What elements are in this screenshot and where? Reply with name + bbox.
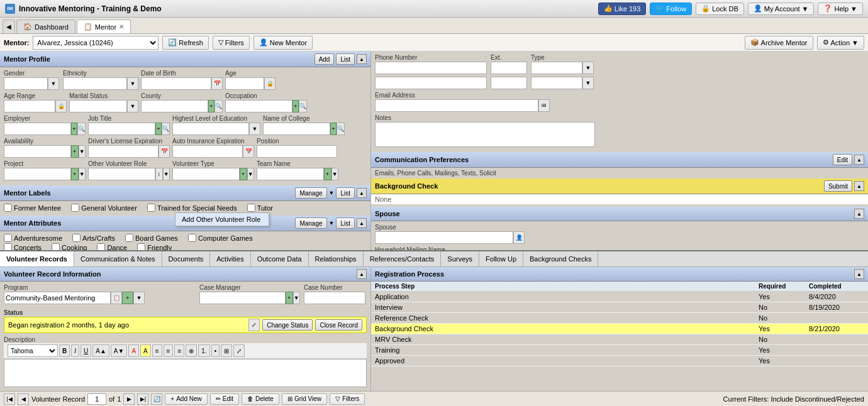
job-title-add-btn[interactable]: + — [155, 123, 162, 135]
volunteer-type-add-btn[interactable]: + — [240, 168, 247, 180]
italic-btn[interactable]: I — [71, 344, 79, 357]
ext-input-2[interactable] — [491, 77, 527, 89]
occupation-search-btn[interactable]: 🔍 — [299, 100, 307, 112]
attr-concerts[interactable]: Concerts — [4, 243, 42, 250]
availability-dropdown-btn[interactable]: ▼ — [79, 145, 86, 158]
employer-input[interactable] — [4, 123, 71, 135]
program-dropdown-btn[interactable]: ▼ — [133, 292, 145, 304]
popup-add-other-vol-role[interactable]: Add Other Volunteer Role — [175, 213, 269, 226]
job-title-search-btn[interactable]: 🔍 — [162, 123, 170, 135]
edit-btn[interactable]: ✏ Edit — [210, 393, 239, 405]
attr-friendly[interactable]: Friendly — [137, 243, 172, 250]
marital-status-input[interactable] — [69, 100, 127, 112]
attr-dance-check[interactable] — [97, 243, 105, 250]
tab-mentor[interactable]: 📋 Mentor ✕ — [77, 19, 131, 33]
tab-dashboard[interactable]: 🏠 Dashboard — [16, 19, 75, 33]
college-input[interactable] — [263, 123, 330, 135]
attr-arts-crafts-check[interactable] — [72, 234, 81, 242]
reg-row-mrv-check[interactable]: MRV Check No — [371, 334, 868, 345]
ethnicity-dropdown-btn[interactable]: ▼ — [127, 77, 138, 90]
help-button[interactable]: ❓ Help ▼ — [818, 3, 863, 15]
attr-adventuresome[interactable]: Adventuresome — [4, 234, 62, 242]
mentor-attributes-scroll[interactable]: ▲ — [357, 218, 367, 228]
vol-record-scroll[interactable]: ▲ — [357, 269, 367, 279]
auto-insurance-calendar-btn[interactable]: 📅 — [243, 145, 254, 158]
align-center-btn[interactable]: ≡ — [164, 344, 174, 357]
case-number-input[interactable] — [304, 292, 365, 304]
phone-type-input-2[interactable] — [531, 77, 582, 89]
program-add-btn[interactable]: + — [122, 292, 133, 304]
reg-row-application[interactable]: Application Yes 8/4/2020 — [371, 292, 868, 302]
reg-process-scroll[interactable]: ▲ — [854, 269, 864, 279]
reg-row-interview[interactable]: Interview No 8/19/2020 — [371, 302, 868, 313]
nav-last-btn[interactable]: ▶| — [137, 393, 148, 405]
label-trained-special-check[interactable] — [147, 204, 155, 212]
bg-check-submit-btn[interactable]: Submit — [824, 180, 852, 192]
comm-pref-scroll[interactable]: ▲ — [854, 155, 864, 165]
follow-button[interactable]: 🐦 Follow — [650, 3, 692, 15]
tab-outcome-data[interactable]: Outcome Data — [251, 251, 309, 266]
like-button[interactable]: 👍 Like 193 — [598, 3, 647, 15]
county-input[interactable] — [141, 100, 208, 112]
gender-dropdown-btn[interactable]: ▼ — [48, 77, 59, 90]
archive-mentor-button[interactable]: 📦 Archive Mentor — [745, 36, 813, 50]
attr-adventuresome-check[interactable] — [4, 234, 12, 242]
nav-next-btn[interactable]: ▶ — [123, 393, 135, 405]
underline-btn[interactable]: U — [81, 344, 91, 357]
tab-surveys[interactable]: Surveys — [441, 251, 479, 266]
mentor-profile-list-btn[interactable]: List — [336, 53, 355, 65]
email-input[interactable] — [375, 99, 538, 112]
label-general-volunteer-check[interactable] — [71, 204, 79, 212]
tab-references-contacts[interactable]: References/Contacts — [364, 251, 442, 266]
tab-follow-up[interactable]: Follow Up — [479, 251, 523, 266]
label-trained-special[interactable]: Trained for Special Needs — [147, 204, 237, 212]
age-lock-btn[interactable]: 🔒 — [264, 77, 275, 90]
attr-friendly-check[interactable] — [137, 243, 145, 250]
availability-add-btn[interactable]: + — [71, 145, 79, 158]
county-add-btn[interactable]: + — [208, 100, 214, 112]
new-mentor-button[interactable]: 👤 New Mentor — [253, 36, 313, 50]
description-textarea[interactable] — [4, 359, 367, 387]
program-input[interactable] — [4, 292, 111, 304]
dob-calendar-btn[interactable]: 📅 — [211, 77, 223, 90]
employer-add-btn[interactable]: + — [71, 123, 77, 135]
my-account-button[interactable]: 👤 My Account ▼ — [748, 3, 815, 15]
refresh-button[interactable]: 🔄 Refresh — [162, 36, 209, 50]
bg-check-scroll[interactable]: ▲ — [854, 181, 864, 191]
age-input[interactable] — [225, 77, 264, 90]
case-manager-input[interactable] — [199, 292, 286, 304]
occupation-add-btn[interactable]: + — [292, 100, 299, 112]
employer-search-btn[interactable]: 🔍 — [77, 123, 86, 135]
nav-first-btn[interactable]: |◀ — [4, 393, 15, 405]
attr-computer-games[interactable]: Computer Games — [188, 234, 253, 242]
mentor-profile-add-btn[interactable]: Add — [314, 53, 335, 65]
case-manager-dropdown-btn[interactable]: ▼ — [293, 292, 301, 304]
attr-arts-crafts[interactable]: Arts/Crafts — [72, 234, 115, 242]
attr-cooking-check[interactable] — [52, 243, 60, 250]
volunteer-type-input[interactable] — [172, 168, 240, 180]
increase-font-btn[interactable]: A▲ — [92, 344, 109, 357]
drivers-license-calendar-btn[interactable]: 📅 — [159, 145, 170, 158]
age-range-lock-btn[interactable]: 🔒 — [55, 100, 67, 112]
highest-edu-dropdown-btn[interactable]: ▼ — [249, 123, 260, 135]
availability-input[interactable] — [4, 145, 71, 158]
phone-type-dropdown-btn[interactable]: ▼ — [582, 62, 594, 74]
other-vol-role-input[interactable] — [88, 168, 155, 180]
mentor-labels-scroll[interactable]: ▲ — [357, 188, 367, 198]
project-dropdown-btn[interactable]: ▼ — [79, 168, 86, 180]
reg-row-reference-check[interactable]: Reference Check No — [371, 313, 868, 324]
tab-documents[interactable]: Documents — [162, 251, 211, 266]
attr-board-games-check[interactable] — [125, 234, 133, 242]
project-input[interactable] — [4, 168, 71, 180]
add-new-btn[interactable]: + Add New — [165, 393, 207, 405]
label-tutor[interactable]: Tutor — [247, 204, 273, 212]
job-title-input[interactable] — [88, 123, 155, 135]
mentor-attributes-manage-btn[interactable]: Manage — [295, 217, 326, 229]
college-search-btn[interactable]: 🔍 — [337, 123, 345, 135]
tab-relationships[interactable]: Relationships — [309, 251, 364, 266]
team-name-dropdown-btn[interactable]: ▼ — [331, 168, 339, 180]
tab-volunteer-records[interactable]: Volunteer Records — [0, 251, 74, 266]
label-former-mentee[interactable]: Former Mentee — [4, 204, 61, 212]
nav-page-input[interactable] — [87, 393, 106, 405]
phone-input[interactable] — [375, 62, 487, 74]
